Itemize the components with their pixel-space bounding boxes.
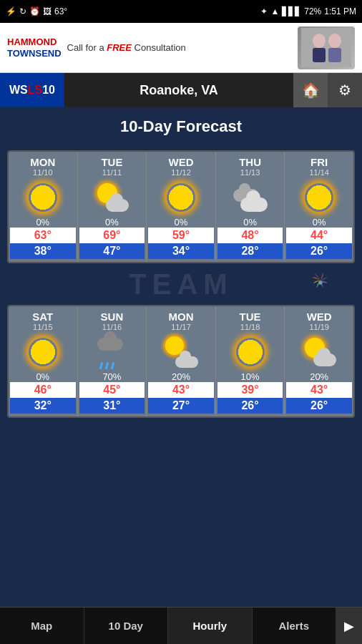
weather-icon xyxy=(24,336,62,369)
status-bar: ⚡ ↻ ⏰ 🖼 63° ✦ ▲ ▋▋▋ 72% 1:51 PM xyxy=(0,0,362,23)
forecast-day[interactable]: WED 11/12 0% 59° 34° xyxy=(147,152,216,262)
tab-map[interactable]: Map xyxy=(0,608,84,644)
day-name: MON xyxy=(168,311,193,323)
day-name: WED xyxy=(307,311,332,323)
wifi-icon: ▲ xyxy=(270,6,279,16)
forecast-day[interactable]: TUE 11/18 10% 39° 26° xyxy=(216,306,285,416)
svg-rect-4 xyxy=(328,48,341,62)
high-temp: 59° xyxy=(148,228,214,243)
weather-icon xyxy=(300,181,338,214)
forecast-area: MON 11/10 0% 63° 38° TUE 11/11 0% 69° 47… xyxy=(0,143,362,607)
precip-percent: 20% xyxy=(310,371,328,382)
forecast-day[interactable]: FRI 11/14 0% 44° 26° xyxy=(285,152,353,262)
weather-icon xyxy=(300,336,338,369)
day-name: MON xyxy=(30,156,55,168)
sun-icon xyxy=(29,183,57,212)
overcast-icon xyxy=(233,183,268,212)
settings-button[interactable]: ⚙ xyxy=(328,73,362,107)
weather-icon xyxy=(24,181,62,214)
high-temp: 46° xyxy=(10,382,76,398)
precip-percent: 20% xyxy=(172,371,190,382)
forecast-day[interactable]: SUN 11/16 70% 45° 31° xyxy=(78,306,147,416)
weather-icon xyxy=(162,336,200,369)
high-temp: 43° xyxy=(286,382,352,398)
rain-icon xyxy=(94,335,129,369)
day-date: 11/14 xyxy=(309,168,329,177)
low-temp: 26° xyxy=(286,243,352,259)
forecast-day[interactable]: THU 11/13 0% 48° 28° xyxy=(216,152,285,262)
day-date: 11/12 xyxy=(171,168,191,177)
forecast-day[interactable]: MON 11/17 20% 43° 27° xyxy=(147,306,216,416)
day-name: THU xyxy=(239,156,261,168)
high-temp: 48° xyxy=(217,228,283,243)
location-display: Roanoke, VA xyxy=(64,83,293,98)
precip-percent: 0% xyxy=(36,371,49,382)
forecast-day[interactable]: MON 11/10 0% 63° 38° xyxy=(9,152,78,262)
day-name: SUN xyxy=(101,311,124,323)
alarm-icon: ⏰ xyxy=(29,6,40,16)
sync-icon: ↻ xyxy=(19,6,26,16)
ad-banner[interactable]: HAMMONDTOWNSEND Call for a FREE Consulta… xyxy=(0,23,362,73)
precip-percent: 10% xyxy=(241,371,260,382)
precip-percent: 70% xyxy=(102,371,121,382)
usb-icon: ⚡ xyxy=(6,6,16,16)
high-temp: 44° xyxy=(286,228,352,243)
forecast-day[interactable]: SAT 11/15 0% 46° 32° xyxy=(9,306,78,416)
high-temp: 39° xyxy=(217,382,283,398)
weather-icon xyxy=(232,336,269,369)
low-temp: 31° xyxy=(79,398,145,414)
high-temp: 45° xyxy=(79,382,145,398)
day-date: 11/15 xyxy=(33,323,53,331)
weather-icon xyxy=(232,181,269,214)
precip-percent: 0% xyxy=(105,217,119,228)
sun-cloud-icon xyxy=(302,338,336,366)
tab-10-day[interactable]: 10 Day xyxy=(84,608,169,644)
day-date: 11/17 xyxy=(171,323,191,331)
tab-alerts[interactable]: Alerts xyxy=(253,608,337,644)
tab-hourly[interactable]: Hourly xyxy=(168,608,253,644)
day-date: 11/18 xyxy=(240,323,260,331)
week2-grid: SAT 11/15 0% 46° 32° SUN 11/16 70% 45° 3… xyxy=(7,305,355,418)
watermark-band: TEAM xyxy=(7,270,355,298)
day-date: 11/13 xyxy=(240,168,260,177)
forecast-day[interactable]: TUE 11/11 0% 69° 47° xyxy=(78,152,147,262)
day-name: FRI xyxy=(310,156,328,168)
precip-percent: 0% xyxy=(243,217,257,228)
watermark-text: TEAM xyxy=(129,270,233,298)
precip-percent: 0% xyxy=(175,217,188,228)
time-display: 1:51 PM xyxy=(324,6,356,16)
ad-tagline: Call for a FREE Consultation xyxy=(67,42,186,53)
sun-cloud-icon xyxy=(94,183,129,212)
page-title: 10-Day Forecast xyxy=(0,117,362,136)
low-temp: 26° xyxy=(217,398,283,414)
low-temp: 38° xyxy=(10,243,76,259)
day-name: WED xyxy=(168,156,193,168)
home-button[interactable]: 🏠 xyxy=(293,73,328,107)
day-date: 11/10 xyxy=(33,168,53,177)
day-name: TUE xyxy=(101,156,122,168)
day-name: TUE xyxy=(240,311,261,323)
high-temp: 43° xyxy=(148,382,214,398)
page-title-bar: 10-Day Forecast xyxy=(0,107,362,143)
nbc-logo xyxy=(308,270,333,298)
low-temp: 32° xyxy=(10,398,76,414)
signal-bars: ▋▋▋ xyxy=(282,6,301,16)
temp-status: 63° xyxy=(54,6,67,16)
station-logo: WSLS10 xyxy=(0,73,64,107)
day-date: 11/16 xyxy=(102,323,122,331)
precip-percent: 0% xyxy=(313,217,326,228)
sun-icon xyxy=(29,338,57,366)
forecast-day[interactable]: WED 11/19 20% 43° 26° xyxy=(285,306,353,416)
photo-icon: 🖼 xyxy=(43,6,52,16)
weather-icon xyxy=(93,336,130,369)
partly-cloudy-icon xyxy=(164,336,198,368)
ad-photo xyxy=(298,26,355,69)
low-temp: 34° xyxy=(148,243,214,259)
week1-grid: MON 11/10 0% 63° 38° TUE 11/11 0% 69° 47… xyxy=(7,150,355,263)
tab-bar: Map10 DayHourlyAlerts▶ xyxy=(0,607,362,644)
tab-next-arrow[interactable]: ▶ xyxy=(336,608,362,644)
weather-icon xyxy=(162,181,200,214)
day-date: 11/19 xyxy=(309,323,329,331)
sun-icon xyxy=(305,183,333,212)
precip-percent: 0% xyxy=(36,217,49,228)
